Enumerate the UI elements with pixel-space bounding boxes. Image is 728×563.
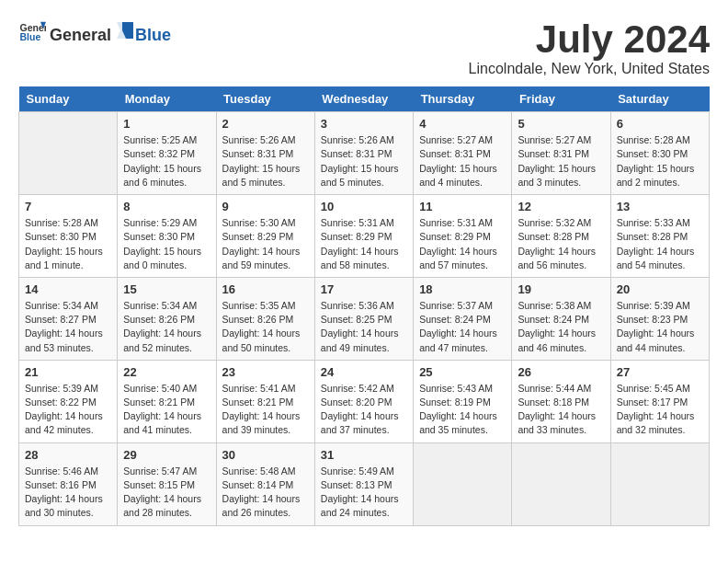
- day-header-friday: Friday: [512, 86, 610, 112]
- day-number: 22: [123, 365, 210, 379]
- calendar-cell: 26Sunrise: 5:44 AMSunset: 8:18 PMDayligh…: [512, 360, 610, 442]
- day-info: Sunrise: 5:37 AMSunset: 8:24 PMDaylight:…: [419, 299, 506, 355]
- subtitle: Lincolndale, New York, United States: [469, 61, 710, 77]
- calendar-cell: 13Sunrise: 5:33 AMSunset: 8:28 PMDayligh…: [610, 195, 709, 278]
- day-header-thursday: Thursday: [414, 86, 512, 112]
- calendar-cell: [414, 442, 512, 525]
- calendar-cell: 8Sunrise: 5:29 AMSunset: 8:30 PMDaylight…: [118, 195, 216, 278]
- day-number: 2: [222, 117, 309, 131]
- day-info: Sunrise: 5:27 AMSunset: 8:31 PMDaylight:…: [419, 133, 506, 190]
- calendar-cell: 14Sunrise: 5:34 AMSunset: 8:27 PMDayligh…: [19, 277, 118, 360]
- day-info: Sunrise: 5:44 AMSunset: 8:18 PMDaylight:…: [518, 382, 604, 438]
- day-header-tuesday: Tuesday: [216, 86, 314, 112]
- calendar-cell: [19, 112, 118, 195]
- day-info: Sunrise: 5:39 AMSunset: 8:22 PMDaylight:…: [25, 382, 111, 438]
- calendar-cell: 9Sunrise: 5:30 AMSunset: 8:29 PMDaylight…: [216, 195, 314, 278]
- title-section: July 2024 Lincolndale, New York, United …: [469, 18, 710, 77]
- calendar-cell: 23Sunrise: 5:41 AMSunset: 8:21 PMDayligh…: [216, 360, 314, 442]
- day-number: 8: [123, 200, 210, 213]
- day-header-sunday: Sunday: [19, 86, 118, 112]
- day-info: Sunrise: 5:28 AMSunset: 8:30 PMDaylight:…: [617, 133, 703, 190]
- calendar-cell: 7Sunrise: 5:28 AMSunset: 8:30 PMDaylight…: [19, 195, 118, 278]
- logo-icon: General Blue: [18, 18, 46, 46]
- calendar-cell: 12Sunrise: 5:32 AMSunset: 8:28 PMDayligh…: [512, 195, 610, 278]
- day-info: Sunrise: 5:36 AMSunset: 8:25 PMDaylight:…: [321, 299, 407, 355]
- day-number: 26: [518, 365, 604, 379]
- calendar-cell: 15Sunrise: 5:34 AMSunset: 8:26 PMDayligh…: [118, 277, 216, 360]
- calendar-cell: 27Sunrise: 5:45 AMSunset: 8:17 PMDayligh…: [610, 360, 709, 442]
- day-info: Sunrise: 5:45 AMSunset: 8:17 PMDaylight:…: [617, 382, 703, 438]
- day-number: 17: [321, 282, 407, 296]
- day-info: Sunrise: 5:41 AMSunset: 8:21 PMDaylight:…: [222, 382, 309, 438]
- calendar-cell: [512, 442, 610, 525]
- day-number: 21: [25, 365, 111, 379]
- calendar-cell: 25Sunrise: 5:43 AMSunset: 8:19 PMDayligh…: [414, 360, 512, 442]
- day-number: 3: [321, 117, 407, 131]
- calendar-cell: 3Sunrise: 5:26 AMSunset: 8:31 PMDaylight…: [314, 112, 413, 195]
- day-number: 12: [518, 200, 604, 213]
- day-number: 4: [419, 117, 506, 131]
- day-number: 24: [321, 365, 407, 379]
- logo-general: General: [50, 26, 111, 45]
- calendar-body: 1Sunrise: 5:25 AMSunset: 8:32 PMDaylight…: [19, 112, 710, 525]
- day-info: Sunrise: 5:49 AMSunset: 8:13 PMDaylight:…: [321, 465, 407, 521]
- day-info: Sunrise: 5:34 AMSunset: 8:27 PMDaylight:…: [25, 299, 111, 355]
- day-info: Sunrise: 5:48 AMSunset: 8:14 PMDaylight:…: [222, 465, 309, 521]
- day-info: Sunrise: 5:39 AMSunset: 8:23 PMDaylight:…: [617, 299, 703, 355]
- logo-arrow-icon: [113, 20, 133, 40]
- day-number: 7: [25, 200, 111, 213]
- day-number: 16: [222, 282, 309, 296]
- day-number: 10: [321, 200, 407, 213]
- calendar-cell: 6Sunrise: 5:28 AMSunset: 8:30 PMDaylight…: [610, 112, 709, 195]
- calendar-week-row: 7Sunrise: 5:28 AMSunset: 8:30 PMDaylight…: [19, 195, 710, 278]
- day-info: Sunrise: 5:34 AMSunset: 8:26 PMDaylight:…: [123, 299, 210, 355]
- day-info: Sunrise: 5:32 AMSunset: 8:28 PMDaylight:…: [518, 216, 604, 272]
- calendar-cell: 30Sunrise: 5:48 AMSunset: 8:14 PMDayligh…: [216, 442, 314, 525]
- day-number: 14: [25, 282, 111, 296]
- calendar-table: SundayMondayTuesdayWednesdayThursdayFrid…: [18, 86, 710, 525]
- calendar-cell: 19Sunrise: 5:38 AMSunset: 8:24 PMDayligh…: [512, 277, 610, 360]
- svg-text:Blue: Blue: [20, 31, 41, 42]
- calendar-week-row: 14Sunrise: 5:34 AMSunset: 8:27 PMDayligh…: [19, 277, 710, 360]
- day-info: Sunrise: 5:25 AMSunset: 8:32 PMDaylight:…: [123, 133, 210, 190]
- day-header-monday: Monday: [118, 86, 216, 112]
- day-info: Sunrise: 5:28 AMSunset: 8:30 PMDaylight:…: [25, 216, 111, 272]
- day-number: 27: [617, 365, 703, 379]
- days-header-row: SundayMondayTuesdayWednesdayThursdayFrid…: [19, 86, 710, 112]
- day-info: Sunrise: 5:35 AMSunset: 8:26 PMDaylight:…: [222, 299, 309, 355]
- day-header-wednesday: Wednesday: [314, 86, 413, 112]
- day-number: 9: [222, 200, 309, 213]
- calendar-cell: 22Sunrise: 5:40 AMSunset: 8:21 PMDayligh…: [118, 360, 216, 442]
- day-number: 19: [518, 282, 604, 296]
- day-number: 28: [25, 448, 111, 462]
- day-number: 29: [123, 448, 210, 462]
- calendar-cell: 11Sunrise: 5:31 AMSunset: 8:29 PMDayligh…: [414, 195, 512, 278]
- day-number: 1: [123, 117, 210, 131]
- day-number: 15: [123, 282, 210, 296]
- main-title: July 2024: [469, 18, 710, 61]
- calendar-cell: 21Sunrise: 5:39 AMSunset: 8:22 PMDayligh…: [19, 360, 118, 442]
- calendar-cell: 1Sunrise: 5:25 AMSunset: 8:32 PMDaylight…: [118, 112, 216, 195]
- calendar-cell: 17Sunrise: 5:36 AMSunset: 8:25 PMDayligh…: [314, 277, 413, 360]
- day-info: Sunrise: 5:31 AMSunset: 8:29 PMDaylight:…: [321, 216, 407, 272]
- calendar-cell: 20Sunrise: 5:39 AMSunset: 8:23 PMDayligh…: [610, 277, 709, 360]
- calendar-cell: 16Sunrise: 5:35 AMSunset: 8:26 PMDayligh…: [216, 277, 314, 360]
- calendar-cell: 4Sunrise: 5:27 AMSunset: 8:31 PMDaylight…: [414, 112, 512, 195]
- calendar-cell: 18Sunrise: 5:37 AMSunset: 8:24 PMDayligh…: [414, 277, 512, 360]
- day-number: 20: [617, 282, 703, 296]
- calendar-cell: 2Sunrise: 5:26 AMSunset: 8:31 PMDaylight…: [216, 112, 314, 195]
- day-info: Sunrise: 5:38 AMSunset: 8:24 PMDaylight:…: [518, 299, 604, 355]
- day-info: Sunrise: 5:33 AMSunset: 8:28 PMDaylight:…: [617, 216, 703, 272]
- day-number: 23: [222, 365, 309, 379]
- calendar-cell: 29Sunrise: 5:47 AMSunset: 8:15 PMDayligh…: [118, 442, 216, 525]
- calendar-week-row: 28Sunrise: 5:46 AMSunset: 8:16 PMDayligh…: [19, 442, 710, 525]
- day-number: 6: [617, 117, 703, 131]
- day-number: 18: [419, 282, 506, 296]
- calendar-cell: 31Sunrise: 5:49 AMSunset: 8:13 PMDayligh…: [314, 442, 413, 525]
- calendar-cell: 24Sunrise: 5:42 AMSunset: 8:20 PMDayligh…: [314, 360, 413, 442]
- calendar-cell: 28Sunrise: 5:46 AMSunset: 8:16 PMDayligh…: [19, 442, 118, 525]
- calendar-cell: 10Sunrise: 5:31 AMSunset: 8:29 PMDayligh…: [314, 195, 413, 278]
- day-number: 25: [419, 365, 506, 379]
- day-info: Sunrise: 5:47 AMSunset: 8:15 PMDaylight:…: [123, 465, 210, 521]
- day-number: 13: [617, 200, 703, 213]
